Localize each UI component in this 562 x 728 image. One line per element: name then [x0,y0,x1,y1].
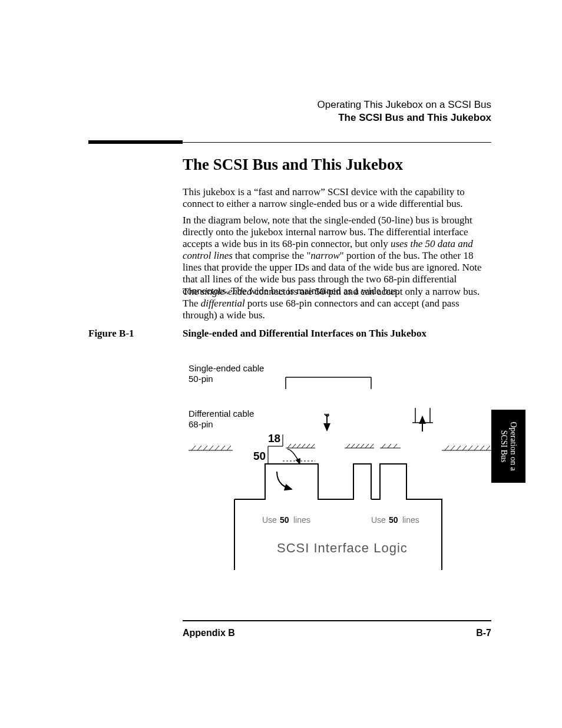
svg-line-34 [346,444,350,448]
svg-line-7 [191,446,196,450]
svg-line-39 [370,444,373,448]
diagram-text: 50-pin [189,374,213,384]
thumb-tab: Operation on a SCSI Bus [491,410,525,483]
diagram-text: Single-ended cable [189,363,264,373]
tab-line: Operation on a [509,421,518,470]
svg-line-30 [302,444,305,448]
svg-line-18 [462,446,467,450]
svg-line-36 [356,444,359,448]
svg-line-19 [468,446,472,450]
page-header: Operating This Jukebox on a SCSI Bus The… [318,99,491,124]
svg-line-41 [382,444,385,448]
diagram-text: 50 [253,450,266,462]
svg-line-35 [351,444,355,448]
svg-line-20 [474,446,478,450]
svg-line-9 [203,446,207,450]
diagram-text: Differential cable [189,409,254,419]
diagram-svg: Single-ended cable 50-pin Differential c… [183,361,491,573]
svg-line-11 [215,446,219,450]
text-run-italic: single-ended [201,286,252,297]
diagram-text: Use [371,515,386,525]
figure-caption: Single-ended and Differential Interfaces… [183,328,427,340]
header-chapter: Operating This Jukebox on a SCSI Bus [318,99,491,111]
svg-line-21 [480,446,484,450]
section-title: The SCSI Bus and This Jukebox [183,156,403,174]
svg-line-27 [287,444,291,448]
svg-line-32 [311,444,315,448]
tab-line: SCSI Bus [500,430,508,463]
svg-line-12 [221,446,225,450]
diagram-text: SCSI Interface Logic [277,541,408,555]
diagram-text: 50 [280,515,289,525]
diagram-text: Use [262,515,277,525]
body-paragraph: In the diagram below, note that the sing… [183,215,491,297]
diagram-text: lines [402,515,419,525]
svg-line-17 [457,446,461,450]
text-run-italic: narrow [310,250,339,261]
page: Operating This Jukebox on a SCSI Bus The… [0,0,562,728]
footer-appendix: Appendix B [183,628,235,638]
section-rule-thick [88,140,183,144]
svg-line-8 [197,446,201,450]
diagram-text: 18 [268,432,280,444]
svg-line-13 [227,446,231,450]
text-run-italic: differential [201,298,245,309]
svg-line-22 [486,446,490,450]
svg-line-38 [365,444,369,448]
body-paragraph: This jukebox is a “fast and narrow” SCSI… [183,186,491,210]
svg-line-43 [394,444,397,448]
svg-line-42 [388,444,391,448]
svg-line-10 [209,446,213,450]
footer-page-number: B-7 [476,628,491,638]
header-section: The SCSI Bus and This Jukebox [318,112,491,124]
svg-line-29 [297,444,300,448]
diagram-text: lines [293,515,310,525]
text-run: that comprise the " [233,250,311,261]
svg-line-16 [451,446,455,450]
footer-rule [183,620,491,621]
diagram-text: 68-pin [189,419,213,429]
svg-line-15 [445,446,449,450]
body-paragraph: The single-ended connectors are 50-pin a… [183,286,491,321]
section-rule-thin [183,142,491,143]
svg-line-31 [306,444,310,448]
diagram-text: 50 [389,515,398,525]
figure-label: Figure B-1 [88,328,134,340]
svg-line-28 [292,444,296,448]
svg-line-37 [361,444,364,448]
thumb-tab-text: Operation on a SCSI Bus [499,421,518,470]
text-run: The [183,286,201,297]
